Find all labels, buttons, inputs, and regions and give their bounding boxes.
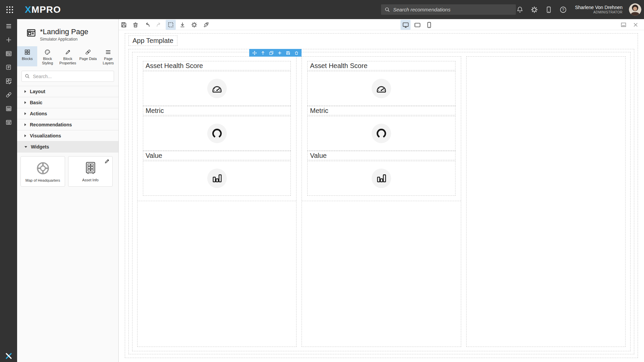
notifications-bell-icon[interactable]	[516, 6, 524, 14]
apps-grid-icon[interactable]	[5, 5, 15, 15]
template-column-2[interactable]: Asset Health Score	[302, 56, 461, 347]
user-info[interactable]: Sharlene Von Drehnen ADMINISTRATOR	[575, 5, 623, 15]
blocks-search	[21, 71, 114, 82]
block-asset-health-score[interactable]	[143, 71, 291, 106]
move-up-button[interactable]	[259, 49, 267, 57]
caret-right-icon	[24, 123, 26, 126]
block-header-asset-health-score[interactable]: Asset Health Score	[143, 61, 291, 70]
app-pages-icon[interactable]	[0, 47, 17, 60]
page-canvas[interactable]: App Template	[119, 30, 644, 362]
menu-hamburger-icon[interactable]	[0, 19, 17, 33]
redo-button[interactable]	[154, 20, 164, 30]
add-new-icon[interactable]	[0, 33, 17, 47]
script-document-icon[interactable]	[0, 60, 17, 74]
designer-left-panel: *Landing Page Simulator Application Bloc…	[17, 19, 119, 362]
block-header-value[interactable]: Value	[143, 151, 291, 160]
delete-button[interactable]	[130, 20, 141, 30]
collapse-panel-button[interactable]	[619, 20, 629, 30]
publish-rocket-button[interactable]	[201, 20, 211, 30]
widget-placeholder-circle	[372, 124, 391, 143]
tab-block-properties[interactable]: Block Properties	[58, 46, 78, 66]
widget-stack: Asset Health Score	[138, 57, 296, 201]
block-header-value[interactable]: Value	[307, 151, 455, 160]
canvas-toolbar	[119, 19, 644, 30]
settings-gear-icon[interactable]	[530, 6, 538, 14]
widget-card-asset-info[interactable]: Asset Info	[68, 156, 113, 187]
close-button[interactable]	[631, 20, 641, 30]
widget-card-label: Asset Info	[82, 178, 99, 182]
template-columns: Asset Health Score	[137, 56, 626, 347]
template-column-3[interactable]	[466, 56, 626, 347]
widget-card-list: Map of Headquarters Asset Info	[17, 153, 118, 190]
data-grid-icon[interactable]	[0, 102, 17, 115]
accordion-widgets[interactable]: Widgets	[17, 141, 118, 153]
user-name: Sharlene Von Drehnen	[575, 5, 623, 11]
tab-page-data-label: Page Data	[79, 57, 97, 61]
download-button[interactable]	[177, 20, 187, 30]
marquee-select-button[interactable]	[166, 20, 176, 30]
block-asset-health-score[interactable]	[307, 71, 455, 106]
block-value[interactable]	[307, 161, 455, 196]
undo-button[interactable]	[142, 20, 152, 30]
top-bar: XMPRO	[0, 0, 644, 19]
app-template-container[interactable]: App Template	[125, 33, 638, 358]
widget-placeholder-circle	[207, 79, 227, 98]
edit-pencil-icon[interactable]	[104, 159, 110, 164]
duplicate-block-button[interactable]	[267, 49, 275, 57]
tab-blocks[interactable]: Blocks	[17, 46, 37, 66]
tab-block-styling[interactable]: Block Styling	[37, 46, 57, 66]
block-header-asset-health-score[interactable]: Asset Health Score	[307, 61, 455, 70]
widget-placeholder-circle	[207, 169, 227, 188]
user-avatar[interactable]	[629, 3, 641, 16]
block-value[interactable]	[143, 161, 291, 196]
caret-down-icon	[24, 146, 27, 148]
accordion-actions[interactable]: Actions	[17, 108, 118, 119]
template-column-1[interactable]: Asset Health Score	[137, 56, 297, 347]
page-icon	[26, 28, 36, 38]
template-inner-container[interactable]: Asset Health Score	[132, 52, 631, 351]
recommendations-search-input[interactable]	[393, 7, 507, 12]
accordion-widgets-label: Widgets	[31, 144, 49, 149]
help-icon[interactable]: ?	[559, 6, 567, 14]
metric-arc-gauge-icon	[211, 127, 223, 139]
phone-preview-button[interactable]	[424, 20, 434, 30]
tab-page-data[interactable]: Page Data	[78, 46, 98, 66]
template-content-container[interactable]: Asset Health Score	[128, 49, 634, 354]
designer-main-area: App Template	[119, 19, 644, 362]
app-template-label[interactable]: App Template	[128, 36, 177, 46]
app-window-icon[interactable]	[0, 115, 17, 129]
move-block-button[interactable]	[250, 49, 259, 57]
page-settings-gear-button[interactable]	[189, 20, 199, 30]
block-header-metric[interactable]: Metric	[307, 106, 455, 115]
blocks-search-input[interactable]	[21, 71, 114, 82]
delete-block-button[interactable]	[292, 49, 301, 57]
lifebuoy-map-icon	[35, 161, 51, 176]
accordion-recommendations[interactable]: Recommendations	[17, 119, 118, 130]
add-block-button[interactable]	[275, 49, 284, 57]
tablet-preview-button[interactable]	[412, 20, 422, 30]
panel-tabs: Blocks Block Styling Block Properties	[17, 46, 118, 66]
block-header-metric[interactable]: Metric	[143, 106, 291, 115]
xmpro-logo: XMPRO	[25, 4, 61, 15]
blocks-widgets-icon[interactable]	[0, 74, 17, 88]
bar-chart-icon	[375, 172, 387, 184]
block-metric[interactable]	[307, 116, 455, 151]
save-block-button[interactable]	[284, 49, 292, 57]
mobile-preview-icon[interactable]	[545, 6, 553, 14]
connections-link-icon[interactable]	[0, 88, 17, 102]
block-metric[interactable]	[143, 116, 291, 151]
widget-card-label: Map of Headquarters	[25, 178, 60, 182]
accordion-visualizations[interactable]: Visualizations	[17, 130, 118, 141]
search-icon	[384, 7, 390, 13]
desktop-preview-button[interactable]	[400, 20, 411, 30]
left-icon-rail	[0, 19, 17, 362]
widget-card-map-of-headquarters[interactable]: Map of Headquarters	[20, 156, 65, 187]
accordion-layout[interactable]: Layout	[17, 86, 118, 97]
blocks-grid-icon	[17, 49, 37, 56]
recommendations-search[interactable]	[381, 4, 516, 15]
tab-page-layers[interactable]: Page Layers	[98, 46, 118, 66]
widget-placeholder-circle	[207, 124, 227, 143]
save-button[interactable]	[119, 20, 129, 30]
caret-right-icon	[24, 101, 26, 104]
accordion-basic[interactable]: Basic	[17, 97, 118, 108]
